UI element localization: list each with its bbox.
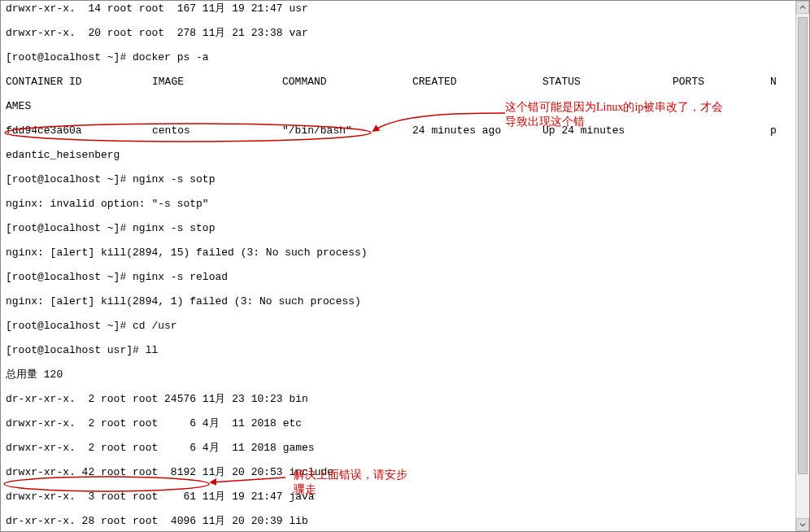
- term-line: nginx: [alert] kill(2894, 1) failed (3: …: [6, 295, 791, 307]
- cell-ports: [673, 124, 770, 137]
- term-line: drwxr-xr-x. 2 root root 6 4月 11 2018 gam…: [6, 442, 791, 454]
- terminal-output: drwxr-xr-x. 14 root root 167 11月 19 21:4…: [1, 1, 796, 531]
- term-line: dr-xr-xr-x. 28 root root 4096 11月 20 20:…: [6, 515, 791, 527]
- col-created: CREATED: [412, 76, 542, 88]
- terminal-window: drwxr-xr-x. 14 root root 167 11月 19 21:4…: [0, 0, 810, 532]
- chevron-up-icon: [799, 4, 806, 11]
- cell-image: centos: [152, 124, 282, 137]
- term-line: [root@localhost ~]# nginx -s reload: [6, 271, 791, 283]
- cell-created: 24 minutes ago: [412, 124, 542, 137]
- term-line: drwxr-xr-x. 3 root root 61 11月 19 21:47 …: [6, 491, 791, 503]
- vertical-scrollbar[interactable]: [795, 1, 809, 531]
- term-line: [root@localhost ~]# cd /usr: [6, 320, 791, 332]
- term-line: [root@localhost ~]# docker ps -a: [6, 51, 791, 63]
- term-line: drwxr-xr-x. 14 root root 167 11月 19 21:4…: [6, 2, 791, 15]
- cell-command: "/bin/bash": [282, 124, 412, 137]
- col-status: STATUS: [542, 76, 673, 88]
- term-line: 总用量 120: [6, 368, 791, 381]
- terminal-viewport[interactable]: drwxr-xr-x. 14 root root 167 11月 19 21:4…: [1, 1, 796, 531]
- col-command: COMMAND: [282, 76, 412, 88]
- col-container-id: CONTAINER ID: [6, 76, 152, 88]
- term-line: [root@localhost usr]# ll: [6, 344, 791, 356]
- docker-header-row: CONTAINER IDIMAGECOMMANDCREATEDSTATUSPOR…: [6, 76, 791, 88]
- scroll-thumb[interactable]: [798, 17, 808, 474]
- term-line: [root@localhost ~]# nginx -s stop: [6, 222, 791, 234]
- docker-header-wrap: AMES: [6, 100, 791, 112]
- chevron-down-icon: [799, 521, 806, 528]
- scroll-down-button[interactable]: [796, 518, 809, 531]
- term-line: drwxr-xr-x. 42 root root 8192 11月 20 20:…: [6, 466, 791, 478]
- cell-status: Up 24 minutes: [542, 124, 673, 137]
- col-image: IMAGE: [152, 76, 282, 88]
- term-line: [root@localhost ~]# nginx -s sotp: [6, 173, 791, 185]
- col-ports: PORTS: [673, 76, 770, 88]
- docker-row-wrap: edantic_heisenberg: [6, 149, 791, 161]
- cell-container-id: fdd94ce3a60a: [6, 124, 152, 137]
- term-line: nginx: invalid option: "-s sotp": [6, 198, 791, 210]
- term-line: drwxr-xr-x. 20 root root 278 11月 21 23:3…: [6, 27, 791, 39]
- term-line: drwxr-xr-x. 2 root root 6 4月 11 2018 etc: [6, 417, 791, 430]
- term-line: nginx: [alert] kill(2894, 15) failed (3:…: [6, 246, 791, 259]
- docker-row: fdd94ce3a60acentos"/bin/bash"24 minutes …: [6, 124, 791, 137]
- cell-names-trunc: p: [770, 124, 791, 137]
- col-names-trunc: N: [770, 76, 791, 88]
- term-line: dr-xr-xr-x. 2 root root 24576 11月 23 10:…: [6, 393, 791, 405]
- scroll-up-button[interactable]: [796, 1, 809, 14]
